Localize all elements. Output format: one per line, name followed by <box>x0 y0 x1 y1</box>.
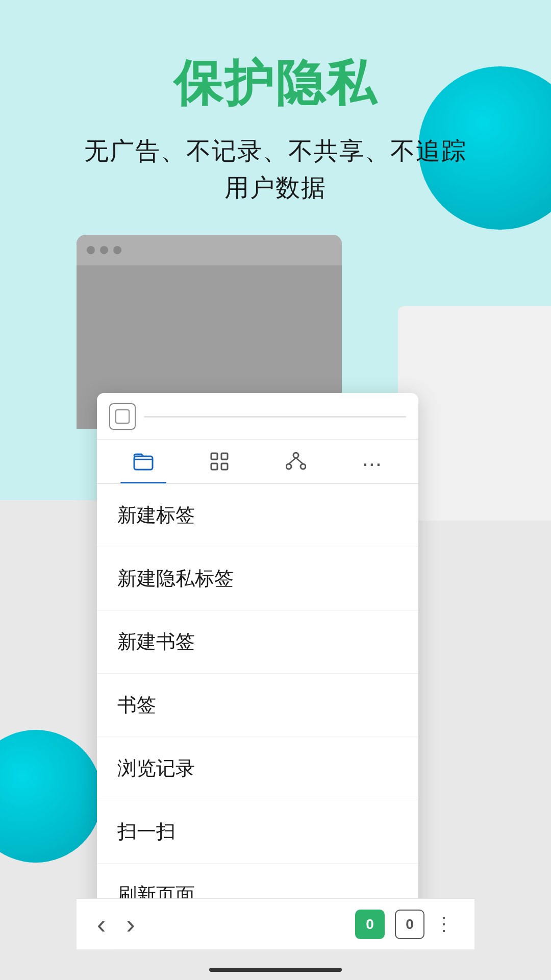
nav-forward-button[interactable]: › <box>126 909 135 940</box>
tabs-icon <box>133 451 154 476</box>
browser-dot-3 <box>113 246 121 254</box>
nav-back-button[interactable]: ‹ <box>97 909 106 940</box>
svg-rect-4 <box>221 463 228 470</box>
tab-count-green-badge[interactable]: 0 <box>355 910 385 939</box>
menu-item-private-tab[interactable]: 新建隐私标签 <box>97 547 418 610</box>
search-bar-line <box>144 416 406 418</box>
menu-item-scan[interactable]: 扫一扫 <box>97 800 418 864</box>
search-bar-row <box>97 393 418 439</box>
svg-point-6 <box>286 464 291 469</box>
scan-icon <box>209 451 230 476</box>
svg-rect-3 <box>211 463 217 470</box>
svg-rect-2 <box>221 453 228 459</box>
menu-item-history[interactable]: 浏览记录 <box>97 737 418 800</box>
subtitle: 无广告、不记录、不共享、不追踪 用户数据 <box>0 133 551 206</box>
nav-right: 0 0 ⋮ <box>355 910 454 939</box>
svg-rect-1 <box>211 453 217 459</box>
nav-left: ‹ › <box>97 909 135 940</box>
svg-line-9 <box>296 458 303 464</box>
share-icon <box>286 451 306 476</box>
tab-more[interactable]: ··· <box>334 439 411 483</box>
svg-line-8 <box>289 458 296 464</box>
menu-item-new-tab[interactable]: 新建标签 <box>97 484 418 547</box>
menu-panel: ··· 新建标签 新建隐私标签 新建书签 书签 浏览记录 扫一扫 刷新页面 <box>97 393 418 926</box>
tab-count-green-label: 0 <box>366 916 374 933</box>
tab-bar: ··· <box>97 439 418 484</box>
svg-point-7 <box>300 464 306 469</box>
browser-title-bar <box>77 235 342 265</box>
nav-more-button[interactable]: ⋮ <box>435 914 454 935</box>
tab-icon-box <box>109 403 136 430</box>
subtitle-line1: 无广告、不记录、不共享、不追踪 <box>84 137 467 164</box>
menu-item-bookmarks[interactable]: 书签 <box>97 674 418 737</box>
menu-item-new-bookmark[interactable]: 新建书签 <box>97 610 418 674</box>
browser-dot-2 <box>100 246 108 254</box>
browser-dot <box>87 246 95 254</box>
more-dots-icon: ··· <box>362 451 382 476</box>
main-title: 保护隐私 <box>0 51 551 117</box>
tab-count-outline-label: 0 <box>406 916 414 933</box>
bottom-nav: ‹ › 0 0 ⋮ <box>77 898 474 949</box>
home-indicator <box>209 968 342 972</box>
tab-scan[interactable] <box>182 440 258 483</box>
svg-point-5 <box>293 453 298 458</box>
tab-square-icon <box>115 409 130 424</box>
white-sheet <box>398 306 551 521</box>
tab-tabs[interactable] <box>105 440 182 483</box>
subtitle-line2: 用户数据 <box>224 174 327 201</box>
tab-count-outline-badge[interactable]: 0 <box>395 910 424 939</box>
tab-share[interactable] <box>258 440 334 483</box>
title-section: 保护隐私 无广告、不记录、不共享、不追踪 用户数据 <box>0 51 551 206</box>
svg-rect-0 <box>134 456 153 470</box>
